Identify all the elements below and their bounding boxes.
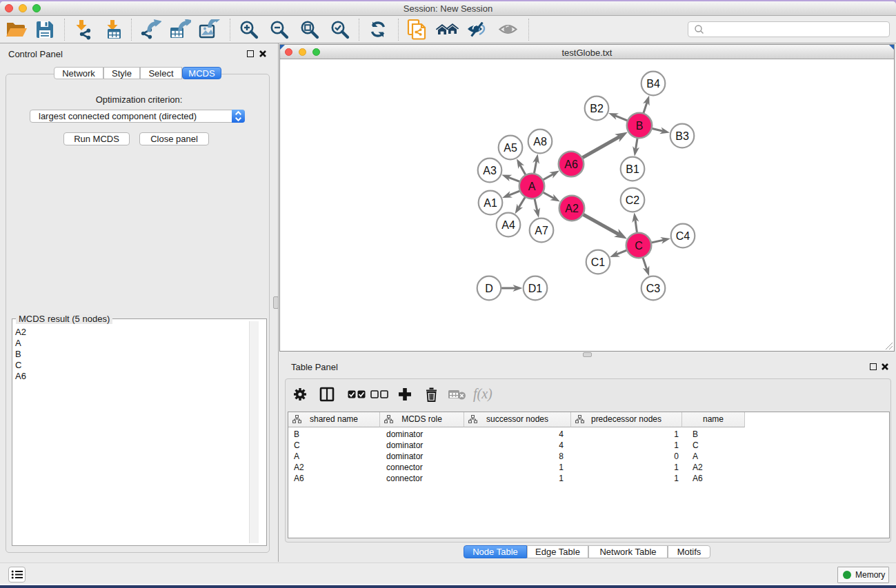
svg-text:B1: B1 — [626, 163, 639, 175]
svg-text:A: A — [528, 181, 536, 192]
svg-text:C1: C1 — [591, 256, 606, 268]
svg-text:B2: B2 — [590, 103, 604, 114]
svg-text:A7: A7 — [535, 225, 548, 236]
svg-text:B: B — [636, 120, 644, 132]
svg-text:A4: A4 — [501, 219, 515, 231]
svg-text:A8: A8 — [533, 136, 547, 148]
svg-text:D: D — [485, 283, 493, 294]
svg-text:C2: C2 — [626, 194, 640, 206]
svg-text:A2: A2 — [565, 203, 579, 214]
svg-text:D1: D1 — [528, 283, 543, 294]
svg-text:C3: C3 — [646, 283, 661, 294]
svg-text:C: C — [635, 240, 643, 252]
svg-text:B4: B4 — [646, 78, 660, 90]
svg-text:C4: C4 — [676, 230, 690, 242]
svg-text:A5: A5 — [504, 142, 517, 154]
svg-text:A3: A3 — [483, 165, 497, 176]
svg-text:B3: B3 — [675, 130, 689, 142]
svg-text:A6: A6 — [564, 159, 578, 170]
svg-text:A1: A1 — [484, 197, 497, 209]
